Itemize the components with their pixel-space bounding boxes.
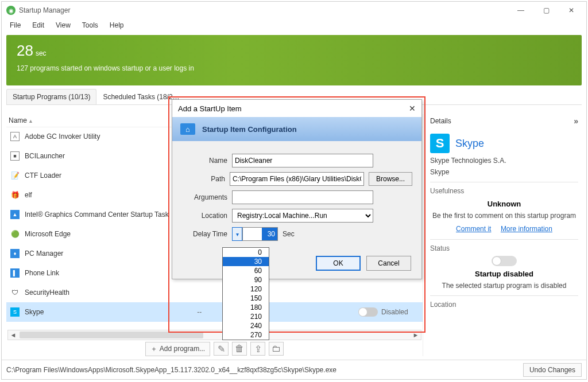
dialog-close-button[interactable]: ✕ — [409, 104, 416, 113]
plus-icon: ＋ — [150, 344, 157, 354]
delay-dropdown[interactable]: 0306090120150180210240270 — [222, 247, 269, 340]
open-folder-button[interactable]: 🗀 — [269, 342, 284, 356]
status-path: C:\Program Files\WindowsApps\Microsoft.S… — [6, 366, 336, 374]
delay-option[interactable]: 120 — [223, 284, 269, 294]
app-icon-edge: 🟢 — [10, 229, 20, 239]
program-name: Phone Link — [25, 269, 59, 277]
status-label: Status — [430, 244, 578, 252]
name-field[interactable] — [232, 154, 373, 167]
dialog-banner: ⌂ Startup Item Configuration — [172, 117, 421, 141]
usefulness-value: Unknown — [430, 200, 578, 208]
menubar: File Edit View Tools Help — [2, 19, 586, 32]
menu-tools[interactable]: Tools — [78, 20, 103, 30]
status-toggle[interactable] — [492, 256, 517, 266]
status-title: Startup disabled — [430, 270, 578, 278]
dialog-title: Add a StartUp Item — [178, 104, 242, 113]
close-button[interactable]: ✕ — [559, 2, 584, 18]
delay-option[interactable]: 270 — [223, 330, 269, 340]
details-header: Details — [430, 117, 451, 125]
edit-button[interactable]: ✎ — [214, 342, 229, 356]
chevron-down-icon[interactable]: ▾ — [232, 227, 242, 241]
pencil-icon: ✎ — [218, 344, 225, 354]
startup-seconds: 28 — [17, 42, 33, 59]
undo-changes-button[interactable]: Undo Changes — [523, 363, 582, 377]
program-name: SecurityHealth — [25, 289, 69, 297]
delay-spinner[interactable]: ▾ Sec — [232, 227, 295, 241]
sort-asc-icon: ▲ — [28, 118, 33, 124]
menu-edit[interactable]: Edit — [28, 20, 49, 30]
startup-unit: sec — [36, 49, 47, 57]
arguments-label: Arguments — [181, 193, 227, 201]
app-icon-phonelink: ▌ — [10, 268, 20, 278]
export-button[interactable]: ⇪ — [250, 342, 265, 356]
ok-button[interactable]: OK — [316, 256, 361, 271]
dialog-button-row: OK Cancel — [172, 251, 421, 279]
skype-logo-icon: S — [430, 134, 450, 153]
dialog-banner-text: Startup Item Configuration — [202, 125, 297, 134]
app-icon-bci: ■ — [10, 151, 20, 161]
app-icon-ctf: 📝 — [10, 170, 20, 181]
dialog-titlebar: Add a StartUp Item ✕ — [172, 100, 421, 117]
list-item[interactable]: 🛡SecurityHealth — [6, 283, 423, 302]
delay-field[interactable] — [242, 227, 278, 241]
delay-option[interactable]: 240 — [223, 321, 269, 330]
app-icon-adobe: A — [10, 132, 20, 141]
app-window: ◉ Startup Manager — ▢ ✕ File Edit View T… — [1, 1, 587, 380]
comment-prompt: Be the first to comment on this startup … — [430, 212, 578, 220]
path-field[interactable] — [230, 172, 364, 186]
shield-icon: 🛡 — [10, 287, 20, 298]
add-startup-item-dialog: Add a StartUp Item ✕ ⌂ Startup Item Conf… — [172, 99, 422, 279]
details-panel: Details» S Skype Skype Technologies S.A.… — [423, 114, 582, 356]
folder-icon: 🗀 — [272, 344, 281, 354]
add-program-label: Add program... — [160, 345, 205, 353]
browse-button[interactable]: Browse... — [369, 172, 412, 186]
menu-help[interactable]: Help — [105, 20, 129, 30]
app-icon-pcmanager: ♦ — [10, 249, 20, 258]
usefulness-label: Usefulness — [430, 187, 578, 195]
list-actions: ＋Add program... ✎ 🗑 ⇪ 🗀 — [6, 341, 423, 356]
app-icon: ◉ — [6, 6, 16, 15]
delay-option[interactable]: 90 — [223, 275, 269, 284]
program-dash: -- — [44, 308, 355, 316]
scroll-thumb[interactable] — [20, 332, 203, 338]
add-program-button[interactable]: ＋Add program... — [145, 342, 210, 356]
arguments-field[interactable] — [232, 190, 373, 204]
more-info-link[interactable]: More information — [501, 225, 552, 233]
program-name: BCILauncher — [25, 152, 65, 160]
app-icon-elf: 🎁 — [10, 190, 20, 200]
scroll-right-icon[interactable]: ► — [411, 332, 421, 338]
tab-startup-programs[interactable]: Startup Programs (10/13) — [6, 89, 96, 104]
horizontal-scrollbar[interactable]: ◄ ► — [7, 330, 421, 340]
location-select[interactable]: Registry:Local Machine...Run — [232, 209, 373, 223]
comment-link[interactable]: Comment it — [456, 225, 491, 233]
delete-button[interactable]: 🗑 — [232, 342, 247, 356]
delay-option[interactable]: 210 — [223, 312, 269, 321]
delay-unit: Sec — [283, 230, 295, 238]
minimize-button[interactable]: — — [508, 2, 533, 18]
app-icon-skype: S — [10, 307, 20, 317]
path-label: Path — [181, 175, 225, 183]
maximize-button[interactable]: ▢ — [533, 2, 559, 18]
trash-icon: 🗑 — [235, 344, 244, 354]
list-header-label: Name — [9, 116, 27, 124]
cancel-button[interactable]: Cancel — [366, 256, 411, 271]
delay-option[interactable]: 60 — [223, 266, 269, 275]
delay-option[interactable]: 180 — [223, 303, 269, 312]
export-icon: ⇪ — [254, 344, 262, 354]
detail-app-name: Skype — [455, 138, 484, 150]
detail-company: Skype Technologies S.A. — [430, 157, 578, 165]
list-item[interactable]: S Skype -- Disabled — [6, 302, 423, 322]
menu-file[interactable]: File — [5, 20, 25, 30]
delay-option[interactable]: 30 — [223, 257, 269, 266]
scroll-left-icon[interactable]: ◄ — [8, 332, 18, 338]
summary-banner: 28sec 127 programs started on windows st… — [6, 35, 582, 85]
expand-icon[interactable]: » — [574, 116, 578, 126]
menu-view[interactable]: View — [51, 20, 75, 30]
detail-app-header: S Skype — [430, 134, 578, 153]
enable-toggle[interactable] — [358, 307, 378, 317]
titlebar: ◉ Startup Manager — ▢ ✕ — [2, 2, 586, 19]
delay-option[interactable]: 150 — [223, 294, 269, 303]
delay-label: Delay Time — [181, 230, 227, 238]
delay-option[interactable]: 0 — [223, 248, 269, 257]
app-icon-intel: ▲ — [10, 210, 20, 219]
